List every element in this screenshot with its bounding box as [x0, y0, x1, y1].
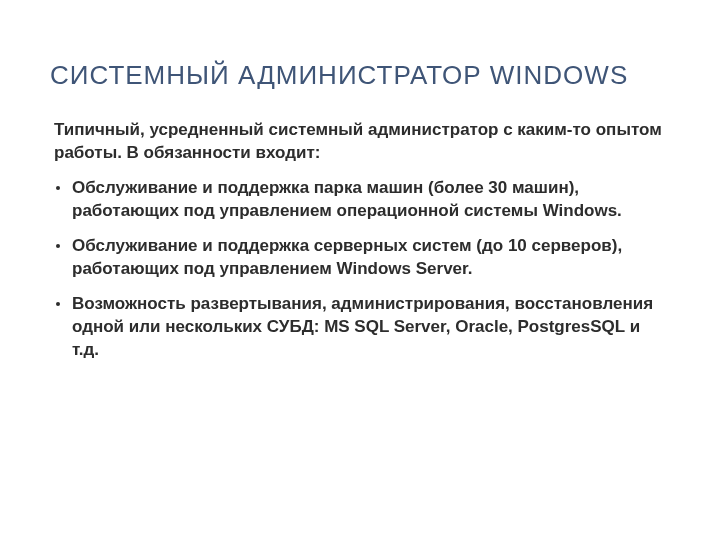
- intro-paragraph: Типичный, усредненный системный админист…: [50, 119, 670, 165]
- list-item: Обслуживание и поддержка серверных систе…: [54, 235, 670, 281]
- slide-title: СИСТЕМНЫЙ АДМИНИСТРАТОР WINDOWS: [50, 60, 670, 91]
- list-item: Обслуживание и поддержка парка машин (бо…: [54, 177, 670, 223]
- list-item: Возможность развертывания, администриров…: [54, 293, 670, 362]
- responsibilities-list: Обслуживание и поддержка парка машин (бо…: [50, 177, 670, 362]
